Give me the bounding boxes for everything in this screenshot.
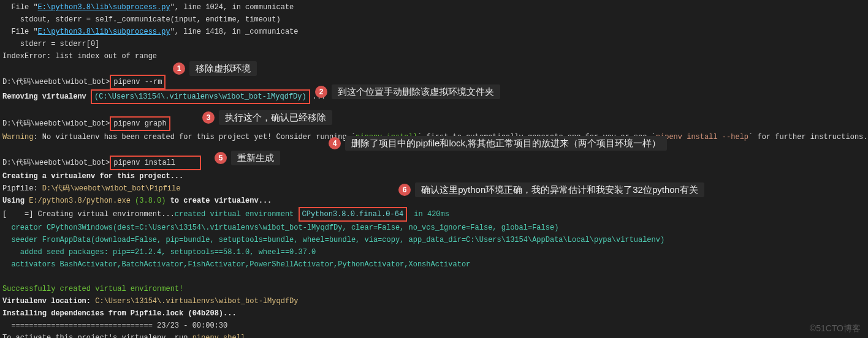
annotation-5: 5 重新生成: [215, 151, 280, 165]
traceback-link[interactable]: E:\python3.8\lib\subprocess.py: [38, 3, 170, 12]
prompt: D:\代码\weebot\wibot_bot>: [2, 119, 110, 128]
traceback-link[interactable]: E:\python3.8\lib\subprocess.py: [38, 28, 170, 36]
command-highlight-box: pipenv --rm: [110, 75, 166, 89]
annotation-badge: 1: [173, 62, 185, 75]
annotation-badge: 4: [329, 137, 341, 149]
annotation-6: 6 确认这里python环境正确，我的异常估计和我安装了32位python有关: [398, 182, 704, 197]
annotation-label: 移除虚拟环境: [189, 61, 257, 76]
annotation-badge: 3: [202, 111, 215, 124]
annotation-label: 到这个位置手动删除该虚拟环境文件夹: [332, 85, 500, 99]
annotation-2: 2 到这个位置手动删除该虚拟环境文件夹: [315, 85, 500, 99]
cpython-highlight-box: CPython3.8.0.final.0-64: [299, 207, 408, 222]
annotation-badge: 6: [398, 184, 411, 196]
annotation-1: 1 移除虚拟环境: [173, 61, 257, 76]
annotation-4: 4 删除了项目中的pipfile和lock,将其他正常项目的放进来（两个项目环境…: [329, 136, 667, 151]
prompt: D:\代码\weebot\wibot_bot>: [2, 159, 110, 167]
annotation-label: 删除了项目中的pipfile和lock,将其他正常项目的放进来（两个项目环境一样…: [345, 136, 667, 151]
prompt: D:\代码\weebot\wibot_bot>: [2, 78, 110, 86]
annotation-label: 重新生成: [231, 151, 280, 165]
annotation-label: 确认这里python环境正确，我的异常估计和我安装了32位python有关: [415, 182, 704, 197]
command-highlight-box: pipenv graph: [110, 116, 170, 131]
annotation-3: 3 执行这个，确认已经移除: [202, 110, 332, 125]
command-highlight-box: pipenv install: [110, 156, 201, 170]
annotation-badge: 5: [215, 152, 227, 164]
watermark: ©51CTO博客: [810, 322, 861, 334]
annotation-label: 执行这个，确认已经移除: [219, 110, 332, 125]
annotation-badge: 2: [315, 86, 327, 98]
path-highlight-box: (C:\Users\13154\.virtualenvs\wibot_bot-l…: [91, 89, 310, 104]
terminal-output: File "E:\python3.8\lib\subprocess.py", l…: [2, 1, 866, 338]
